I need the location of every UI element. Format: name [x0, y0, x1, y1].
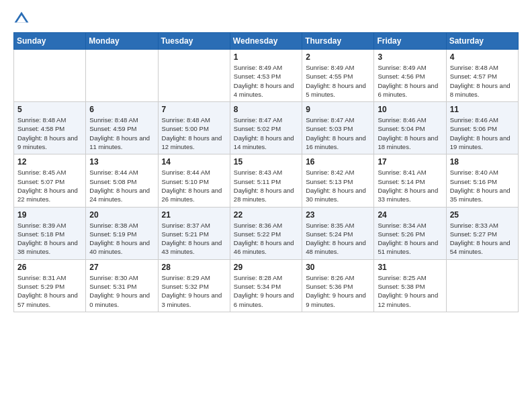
- day-info: Sunrise: 8:38 AM Sunset: 5:19 PM Dayligh…: [89, 221, 154, 257]
- logo: [13, 11, 32, 27]
- day-info: Sunrise: 8:28 AM Sunset: 5:34 PM Dayligh…: [234, 273, 298, 309]
- day-cell: 9Sunrise: 8:47 AM Sunset: 5:03 PM Daylig…: [302, 102, 374, 154]
- day-cell: 13Sunrise: 8:44 AM Sunset: 5:08 PM Dayli…: [86, 154, 158, 207]
- day-number: 16: [306, 157, 370, 167]
- day-cell: 18Sunrise: 8:40 AM Sunset: 5:16 PM Dayli…: [446, 154, 518, 207]
- day-number: 24: [378, 210, 442, 220]
- week-row-3: 12Sunrise: 8:45 AM Sunset: 5:07 PM Dayli…: [14, 154, 519, 207]
- header: [13, 11, 519, 27]
- day-info: Sunrise: 8:42 AM Sunset: 5:13 PM Dayligh…: [306, 168, 370, 203]
- day-info: Sunrise: 8:43 AM Sunset: 5:11 PM Dayligh…: [234, 168, 298, 203]
- day-info: Sunrise: 8:34 AM Sunset: 5:26 PM Dayligh…: [378, 221, 442, 257]
- day-info: Sunrise: 8:48 AM Sunset: 4:58 PM Dayligh…: [17, 116, 82, 151]
- day-info: Sunrise: 8:26 AM Sunset: 5:36 PM Dayligh…: [306, 273, 370, 309]
- day-info: Sunrise: 8:49 AM Sunset: 4:56 PM Dayligh…: [378, 63, 442, 99]
- day-cell: 30Sunrise: 8:26 AM Sunset: 5:36 PM Dayli…: [302, 259, 374, 312]
- day-number: 26: [17, 263, 82, 272]
- day-cell: 11Sunrise: 8:46 AM Sunset: 5:06 PM Dayli…: [446, 102, 518, 154]
- day-number: 13: [89, 157, 154, 167]
- day-cell: 6Sunrise: 8:48 AM Sunset: 4:59 PM Daylig…: [86, 102, 158, 154]
- day-cell: [86, 50, 158, 102]
- day-info: Sunrise: 8:40 AM Sunset: 5:16 PM Dayligh…: [450, 168, 515, 203]
- day-info: Sunrise: 8:41 AM Sunset: 5:14 PM Dayligh…: [378, 168, 442, 203]
- week-row-1: 1Sunrise: 8:49 AM Sunset: 4:53 PM Daylig…: [14, 50, 519, 102]
- day-number: 9: [306, 105, 370, 114]
- day-number: 25: [450, 210, 515, 220]
- day-number: 2: [306, 52, 370, 62]
- day-info: Sunrise: 8:29 AM Sunset: 5:32 PM Dayligh…: [162, 273, 226, 309]
- day-cell: 15Sunrise: 8:43 AM Sunset: 5:11 PM Dayli…: [230, 154, 302, 207]
- day-cell: 21Sunrise: 8:37 AM Sunset: 5:21 PM Dayli…: [158, 207, 230, 259]
- day-info: Sunrise: 8:36 AM Sunset: 5:22 PM Dayligh…: [234, 221, 298, 257]
- day-number: 8: [234, 105, 298, 114]
- day-info: Sunrise: 8:30 AM Sunset: 5:31 PM Dayligh…: [89, 273, 154, 309]
- day-info: Sunrise: 8:49 AM Sunset: 4:53 PM Dayligh…: [234, 63, 298, 99]
- day-number: 4: [450, 52, 515, 62]
- day-info: Sunrise: 8:47 AM Sunset: 5:02 PM Dayligh…: [234, 116, 298, 151]
- day-number: 23: [306, 210, 370, 220]
- day-info: Sunrise: 8:44 AM Sunset: 5:08 PM Dayligh…: [89, 168, 154, 203]
- weekday-header-row: SundayMondayTuesdayWednesdayThursdayFrid…: [14, 33, 519, 50]
- day-cell: 19Sunrise: 8:39 AM Sunset: 5:18 PM Dayli…: [14, 207, 86, 259]
- day-cell: 25Sunrise: 8:33 AM Sunset: 5:27 PM Dayli…: [446, 207, 518, 259]
- day-cell: 22Sunrise: 8:36 AM Sunset: 5:22 PM Dayli…: [230, 207, 302, 259]
- day-cell: 10Sunrise: 8:46 AM Sunset: 5:04 PM Dayli…: [374, 102, 446, 154]
- day-info: Sunrise: 8:49 AM Sunset: 4:55 PM Dayligh…: [306, 63, 370, 99]
- day-cell: 17Sunrise: 8:41 AM Sunset: 5:14 PM Dayli…: [374, 154, 446, 207]
- day-cell: 12Sunrise: 8:45 AM Sunset: 5:07 PM Dayli…: [14, 154, 86, 207]
- day-number: 15: [234, 157, 298, 167]
- day-info: Sunrise: 8:39 AM Sunset: 5:18 PM Dayligh…: [17, 221, 82, 257]
- week-row-5: 26Sunrise: 8:31 AM Sunset: 5:29 PM Dayli…: [14, 259, 519, 312]
- week-row-2: 5Sunrise: 8:48 AM Sunset: 4:58 PM Daylig…: [14, 102, 519, 154]
- weekday-friday: Friday: [374, 33, 446, 50]
- day-number: 28: [162, 263, 226, 272]
- day-number: 7: [162, 105, 226, 114]
- weekday-tuesday: Tuesday: [158, 33, 230, 50]
- day-number: 1: [234, 52, 298, 62]
- day-cell: 31Sunrise: 8:25 AM Sunset: 5:38 PM Dayli…: [374, 259, 446, 312]
- week-row-4: 19Sunrise: 8:39 AM Sunset: 5:18 PM Dayli…: [14, 207, 519, 259]
- day-number: 12: [17, 157, 82, 167]
- day-info: Sunrise: 8:47 AM Sunset: 5:03 PM Dayligh…: [306, 116, 370, 151]
- page: SundayMondayTuesdayWednesdayThursdayFrid…: [0, 0, 532, 411]
- day-number: 22: [234, 210, 298, 220]
- day-info: Sunrise: 8:46 AM Sunset: 5:04 PM Dayligh…: [378, 116, 442, 151]
- day-cell: 20Sunrise: 8:38 AM Sunset: 5:19 PM Dayli…: [86, 207, 158, 259]
- weekday-thursday: Thursday: [302, 33, 374, 50]
- day-cell: 5Sunrise: 8:48 AM Sunset: 4:58 PM Daylig…: [14, 102, 86, 154]
- day-cell: 24Sunrise: 8:34 AM Sunset: 5:26 PM Dayli…: [374, 207, 446, 259]
- day-number: 20: [89, 210, 154, 220]
- day-info: Sunrise: 8:46 AM Sunset: 5:06 PM Dayligh…: [450, 116, 515, 151]
- day-cell: [14, 50, 86, 102]
- logo-icon: [13, 11, 30, 27]
- day-info: Sunrise: 8:48 AM Sunset: 4:59 PM Dayligh…: [89, 116, 154, 151]
- day-info: Sunrise: 8:48 AM Sunset: 4:57 PM Dayligh…: [450, 63, 515, 99]
- day-number: 27: [89, 263, 154, 272]
- day-number: 10: [378, 105, 442, 114]
- day-info: Sunrise: 8:33 AM Sunset: 5:27 PM Dayligh…: [450, 221, 515, 257]
- weekday-monday: Monday: [86, 33, 158, 50]
- weekday-saturday: Saturday: [446, 33, 518, 50]
- day-cell: 23Sunrise: 8:35 AM Sunset: 5:24 PM Dayli…: [302, 207, 374, 259]
- day-number: 17: [378, 157, 442, 167]
- day-cell: [158, 50, 230, 102]
- day-number: 21: [162, 210, 226, 220]
- day-info: Sunrise: 8:44 AM Sunset: 5:10 PM Dayligh…: [162, 168, 226, 203]
- day-cell: 2Sunrise: 8:49 AM Sunset: 4:55 PM Daylig…: [302, 50, 374, 102]
- day-cell: 29Sunrise: 8:28 AM Sunset: 5:34 PM Dayli…: [230, 259, 302, 312]
- calendar-table: SundayMondayTuesdayWednesdayThursdayFrid…: [13, 32, 519, 312]
- day-cell: 7Sunrise: 8:48 AM Sunset: 5:00 PM Daylig…: [158, 102, 230, 154]
- day-cell: 27Sunrise: 8:30 AM Sunset: 5:31 PM Dayli…: [86, 259, 158, 312]
- day-number: 30: [306, 263, 370, 272]
- day-cell: 8Sunrise: 8:47 AM Sunset: 5:02 PM Daylig…: [230, 102, 302, 154]
- day-number: 6: [89, 105, 154, 114]
- day-number: 29: [234, 263, 298, 272]
- day-number: 14: [162, 157, 226, 167]
- day-cell: 26Sunrise: 8:31 AM Sunset: 5:29 PM Dayli…: [14, 259, 86, 312]
- day-number: 31: [378, 263, 442, 272]
- day-info: Sunrise: 8:25 AM Sunset: 5:38 PM Dayligh…: [378, 273, 442, 309]
- day-number: 3: [378, 52, 442, 62]
- day-cell: 14Sunrise: 8:44 AM Sunset: 5:10 PM Dayli…: [158, 154, 230, 207]
- day-cell: 16Sunrise: 8:42 AM Sunset: 5:13 PM Dayli…: [302, 154, 374, 207]
- weekday-wednesday: Wednesday: [230, 33, 302, 50]
